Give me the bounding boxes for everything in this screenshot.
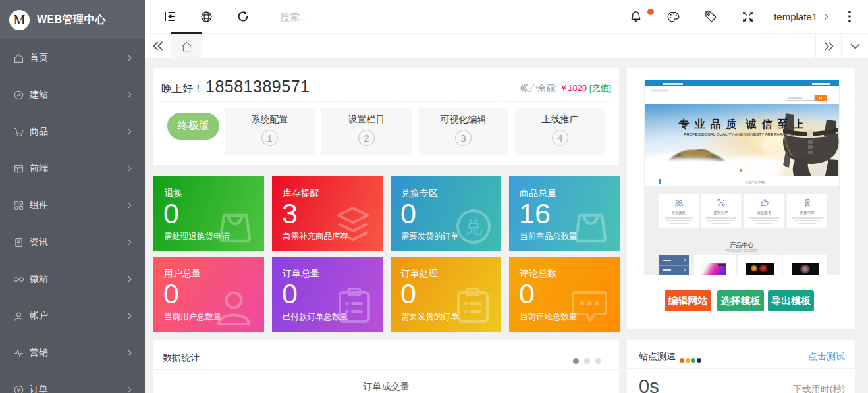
svg-text:兑: 兑 [465, 217, 483, 237]
